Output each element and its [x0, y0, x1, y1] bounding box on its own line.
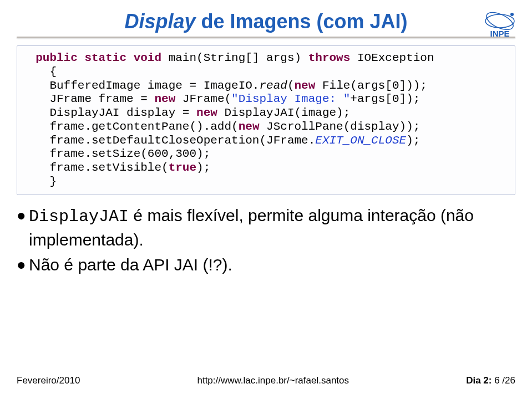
slide-footer: Fevereiro/2010 http://www.lac.inpe.br/~r… [17, 375, 515, 386]
bullet-code: DisplayJAI [29, 207, 129, 226]
title-divider [17, 37, 515, 38]
bullet-item: ● Não é parte da API JAI (!?). [17, 253, 515, 276]
inpe-logo: INPE [480, 8, 520, 40]
svg-text:INPE: INPE [490, 29, 509, 38]
bullet-dot-icon: ● [17, 204, 29, 227]
svg-point-2 [510, 13, 514, 16]
bullet-item: ● DisplayJAI é mais flexível, permite al… [17, 204, 515, 252]
bullet-dot-icon: ● [17, 253, 29, 276]
code-block: public static void main(String[] args) t… [17, 45, 515, 195]
svg-point-0 [485, 14, 514, 28]
footer-date: Fevereiro/2010 [17, 375, 80, 386]
slide-title: Display de Imagens (com JAI) [33, 0, 499, 33]
footer-page: Dia 2: 6 /26 [466, 375, 515, 386]
title-part1: Display [124, 10, 195, 33]
bullet-list: ● DisplayJAI é mais flexível, permite al… [17, 204, 515, 277]
title-part2: de Imagens (com JAI) [195, 10, 407, 33]
footer-url: http://www.lac.inpe.br/~rafael.santos [197, 375, 349, 386]
bullet-text: Não é parte da API JAI (!?). [29, 253, 515, 276]
